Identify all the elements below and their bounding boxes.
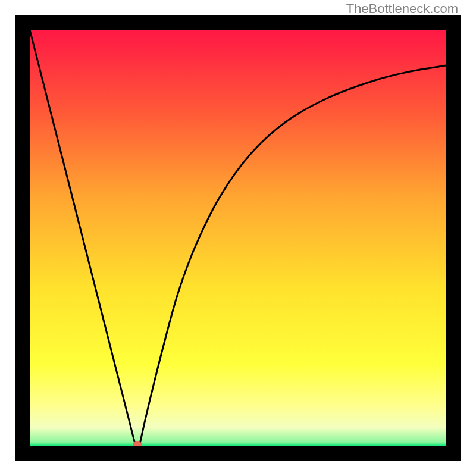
bottleneck-marker (133, 441, 142, 446)
chart-svg (30, 30, 446, 446)
plot-area (30, 30, 446, 446)
chart-frame: TheBottleneck.com (0, 0, 476, 476)
background-gradient (30, 30, 446, 446)
